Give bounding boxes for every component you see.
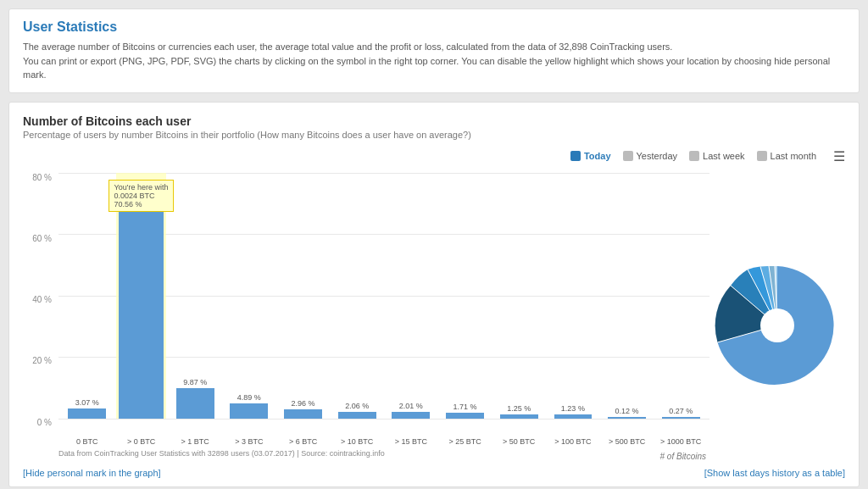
x-label-11: > 1000 BTC	[655, 437, 706, 446]
bar-group-2: 9.87 %	[170, 173, 220, 419]
legend-last-month-dot	[757, 151, 767, 161]
legend-today-dot	[570, 151, 581, 161]
bar-group-11: 0.27 %	[655, 173, 706, 419]
bar-group-10: 0.12 %	[602, 173, 653, 419]
bar-pct-label-4: 2.96 %	[292, 399, 315, 408]
hide-mark-link[interactable]: [Hide personal mark in the graph]	[23, 468, 161, 478]
chart-footer: [Hide personal mark in the graph] [Show …	[23, 468, 845, 478]
bar-4[interactable]	[284, 409, 322, 419]
bar-3[interactable]	[230, 403, 268, 419]
chart-subtitle: Percentage of users by number Bitcoins i…	[23, 130, 845, 140]
legend-last-month-label: Last month	[771, 151, 816, 161]
x-label-7: > 25 BTC	[440, 437, 491, 446]
x-label-0: 0 BTC	[62, 437, 113, 446]
bar-tooltip: You're here with0.0024 BTC70.56 %	[108, 180, 175, 212]
bars-row: 3.07 %You're here with0.0024 BTC70.56 %7…	[58, 173, 709, 419]
y-axis: 80 % 60 % 40 % 20 % 0 %	[23, 173, 57, 427]
x-label-6: > 15 BTC	[386, 437, 437, 446]
bars-area: 3.07 %You're here with0.0024 BTC70.56 %7…	[58, 173, 709, 419]
bar-group-0: 3.07 %	[62, 173, 113, 419]
bar-5[interactable]	[338, 412, 376, 418]
legend-last-week-dot	[689, 151, 699, 161]
bar-group-7: 1.71 %	[440, 173, 491, 419]
x-label-5: > 10 BTC	[331, 437, 382, 446]
bar-group-9: 1.23 %	[548, 173, 598, 419]
pie-chart-svg	[714, 262, 841, 389]
legend-today[interactable]: Today	[570, 151, 611, 161]
chart-menu-icon[interactable]: ☰	[833, 148, 845, 164]
bar-group-1: You're here with0.0024 BTC70.56 %70.56 %	[116, 173, 167, 419]
bar-2[interactable]	[176, 388, 214, 419]
bar-0[interactable]	[68, 408, 106, 418]
show-table-link[interactable]: [Show last days history as a table]	[704, 468, 845, 478]
bar-7[interactable]	[446, 413, 484, 418]
bar-pct-label-6: 2.01 %	[399, 402, 423, 410]
bar-pct-label-10: 0.12 %	[615, 407, 639, 415]
legend-today-label: Today	[584, 151, 611, 161]
chart-title: Number of Bitcoins each user	[23, 114, 845, 128]
bar-pct-label-2: 9.87 %	[183, 378, 207, 386]
bar-group-3: 4.89 %	[224, 173, 275, 419]
bar-11[interactable]	[662, 417, 700, 419]
x-label-4: > 6 BTC	[278, 437, 329, 446]
legend-row: Today Yesterday Last week Last month ☰	[23, 148, 845, 164]
description-line1: The average number of Bitcoins or curren…	[23, 40, 845, 54]
grid-line-0	[58, 419, 709, 420]
x-label-3: > 3 BTC	[224, 437, 275, 446]
x-label-1: > 0 BTC	[116, 437, 167, 446]
legend-yesterday-label: Yesterday	[637, 151, 678, 161]
x-label-10: > 500 BTC	[602, 437, 653, 446]
bar-8[interactable]	[500, 414, 538, 419]
y-label-0: 0 %	[37, 418, 52, 427]
x-axis-labels: 0 BTC> 0 BTC> 1 BTC> 3 BTC> 6 BTC> 10 BT…	[58, 437, 709, 446]
pie-chart-container	[709, 190, 845, 461]
bar-1[interactable]	[119, 202, 164, 419]
chart-area: 80 % 60 % 40 % 20 % 0 %	[23, 173, 845, 461]
y-label-40: 40 %	[32, 295, 52, 304]
y-label-60: 60 %	[32, 234, 52, 243]
legend-yesterday-dot	[623, 151, 633, 161]
page-wrapper: User Statistics The average number of Bi…	[0, 0, 868, 489]
bar-pct-label-3: 4.89 %	[237, 393, 261, 402]
x-axis-title: # of Bitcoins	[660, 452, 706, 461]
legend-last-month[interactable]: Last month	[757, 151, 816, 161]
description-line2: You can print or export (PNG, JPG, PDF, …	[23, 54, 845, 82]
bar-chart-container: 80 % 60 % 40 % 20 % 0 %	[23, 173, 709, 461]
x-label-8: > 50 BTC	[493, 437, 544, 446]
page-title: User Statistics	[23, 19, 845, 35]
bar-pct-label-7: 1.71 %	[453, 403, 477, 411]
chart-card: Number of Bitcoins each user Percentage …	[8, 102, 860, 487]
bar-group-8: 1.25 %	[493, 173, 544, 419]
y-label-80: 80 %	[32, 173, 52, 182]
bar-6[interactable]	[392, 412, 430, 418]
legend-last-week-label: Last week	[703, 151, 745, 161]
bar-9[interactable]	[554, 414, 593, 418]
legend-last-week[interactable]: Last week	[689, 151, 745, 161]
source-label: Data from CoinTracking User Statistics w…	[58, 449, 385, 458]
bar-pct-label-0: 3.07 %	[75, 398, 99, 407]
x-label-2: > 1 BTC	[170, 437, 220, 446]
legend-yesterday[interactable]: Yesterday	[623, 151, 678, 161]
header-card: User Statistics The average number of Bi…	[8, 8, 860, 93]
bar-group-6: 2.01 %	[386, 173, 437, 419]
bar-pct-label-9: 1.23 %	[561, 404, 585, 413]
bar-pct-label-5: 2.06 %	[345, 402, 369, 410]
bar-group-5: 2.06 %	[331, 173, 382, 419]
bar-pct-label-11: 0.27 %	[669, 407, 693, 415]
bar-group-4: 2.96 %	[278, 173, 329, 419]
y-label-20: 20 %	[32, 356, 52, 365]
bar-pct-label-8: 1.25 %	[507, 404, 531, 413]
bar-10[interactable]	[608, 417, 646, 419]
x-label-9: > 100 BTC	[548, 437, 598, 446]
